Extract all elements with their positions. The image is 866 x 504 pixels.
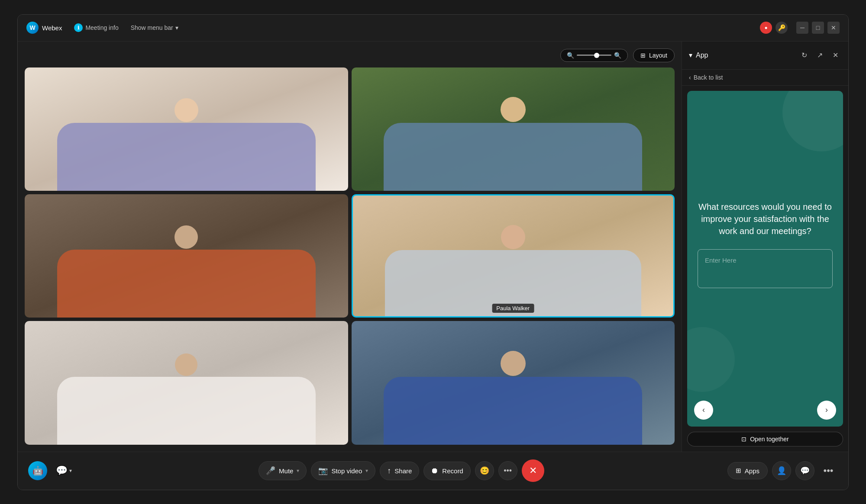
person-overlay-6 — [352, 321, 675, 444]
apps-grid-icon: ⊞ — [736, 467, 741, 475]
webex-logo: W Webex — [26, 22, 62, 34]
toolbar-center: 🎤 Mute ▾ 📷 Stop video ▾ ↑ Share ⏺ Record… — [259, 459, 544, 482]
user-avatar: 🤖 — [28, 461, 47, 480]
emoji-icon: 😊 — [480, 466, 489, 475]
zoom-control[interactable]: 🔍 🔍 — [560, 49, 628, 62]
video-cell-3 — [25, 194, 348, 318]
open-together-label: Open together — [750, 436, 789, 443]
participants-icon: 👤 — [777, 466, 786, 475]
survey-input[interactable] — [698, 249, 833, 288]
apps-button[interactable]: ⊞ Apps — [727, 462, 768, 479]
survey-next-button[interactable]: › — [817, 401, 836, 420]
record-button[interactable]: ⏺ Record — [423, 462, 470, 480]
chat-bubble-icon: 💬 — [800, 466, 810, 475]
chat-chevron-icon: ▾ — [69, 468, 72, 474]
survey-card: What resources would you need to improve… — [687, 91, 843, 427]
close-button[interactable]: ✕ — [827, 22, 840, 34]
more-options-icon: ••• — [504, 466, 512, 475]
back-to-list-label: Back to list — [694, 74, 723, 81]
main-content: 🔍 🔍 ⊞ Layout — [18, 42, 848, 452]
close-sidebar-button[interactable]: ✕ — [829, 49, 841, 61]
toolbar-more-icon: ••• — [823, 465, 833, 476]
zoom-in-icon[interactable]: 🔍 — [614, 52, 621, 59]
participant-label-4: Paula Walker — [492, 304, 534, 313]
person-overlay-3 — [25, 194, 348, 318]
stop-video-label: Stop video — [331, 467, 362, 475]
title-bar-icons: ● 🔑 — [760, 22, 788, 34]
minimize-button[interactable]: ─ — [796, 22, 808, 34]
zoom-slider[interactable] — [577, 55, 611, 56]
sidebar-title: ▾ App — [689, 51, 708, 59]
stop-video-button[interactable]: 📷 Stop video ▾ — [311, 461, 375, 480]
layout-icon: ⊞ — [640, 52, 646, 59]
bottom-toolbar: 🤖 💬 ▾ 🎤 Mute ▾ 📷 Stop video ▾ ↑ Share — [18, 452, 848, 490]
back-to-list-button[interactable]: ‹ Back to list — [682, 70, 848, 86]
video-grid: Paula Walker — [25, 67, 675, 445]
meeting-info-icon: ℹ — [74, 23, 83, 32]
chevron-down-icon: ▾ — [175, 24, 178, 31]
person-overlay-2 — [352, 67, 675, 191]
record-label: Record — [442, 467, 463, 475]
title-bar-right: ● 🔑 ─ □ ✕ — [760, 22, 840, 34]
chat-button[interactable]: 💬 ▾ — [52, 462, 75, 480]
survey-navigation: ‹ › — [687, 394, 843, 427]
video-cell-4: Paula Walker — [352, 194, 675, 318]
mute-icon: 🎤 — [266, 466, 275, 475]
key-icon: 🔑 — [776, 22, 788, 34]
mute-label: Mute — [279, 467, 293, 475]
more-options-button[interactable]: ••• — [498, 461, 517, 480]
meeting-info-label: Meeting info — [85, 24, 118, 31]
survey-prev-button[interactable]: ‹ — [694, 401, 713, 420]
sidebar-header: ▾ App ↻ ↗ ✕ — [682, 42, 848, 70]
recording-indicator: ● — [760, 22, 772, 34]
toolbar-right: ⊞ Apps 👤 💬 ••• — [727, 461, 838, 480]
video-cell-1 — [25, 67, 348, 191]
zoom-slider-thumb — [594, 53, 599, 58]
toolbar-left: 🤖 💬 ▾ — [28, 461, 75, 480]
avatar-icon: 🤖 — [32, 465, 43, 476]
mute-chevron-icon: ▾ — [297, 468, 299, 474]
video-cell-2 — [352, 67, 675, 191]
external-link-button[interactable]: ↗ — [814, 49, 826, 61]
back-arrow-icon: ‹ — [689, 74, 691, 81]
share-label: Share — [394, 467, 412, 475]
meeting-info-button[interactable]: ℹ Meeting info — [71, 22, 122, 34]
open-together-button[interactable]: ⊡ Open together — [687, 432, 843, 446]
chat-icon: 💬 — [56, 465, 68, 476]
chevron-down-icon-sidebar: ▾ — [689, 51, 692, 59]
toolbar-more-button[interactable]: ••• — [819, 461, 838, 480]
layout-label: Layout — [649, 52, 667, 59]
end-call-icon: ✕ — [529, 465, 537, 476]
person-overlay-5 — [25, 321, 348, 444]
share-icon: ↑ — [387, 466, 391, 475]
video-cell-5 — [25, 321, 348, 444]
webex-title: Webex — [42, 24, 62, 32]
mute-button[interactable]: 🎤 Mute ▾ — [259, 461, 307, 480]
video-cell-6 — [352, 321, 675, 444]
window-controls: ─ □ ✕ — [796, 22, 840, 34]
record-icon: ⏺ — [431, 466, 439, 475]
show-menu-bar-button[interactable]: Show menu bar ▾ — [131, 24, 178, 31]
share-button[interactable]: ↑ Share — [380, 462, 419, 480]
open-together-icon: ⊡ — [741, 436, 746, 443]
maximize-button[interactable]: □ — [812, 22, 824, 34]
webex-logo-icon: W — [26, 22, 39, 34]
end-call-button[interactable]: ✕ — [522, 459, 544, 482]
apps-label: Apps — [745, 467, 759, 475]
person-overlay-4 — [353, 196, 674, 316]
show-menu-bar-label: Show menu bar — [131, 24, 173, 31]
title-bar-left: W Webex ℹ Meeting info Show menu bar ▾ — [26, 22, 178, 34]
emoji-button[interactable]: 😊 — [475, 461, 494, 480]
app-sidebar: ▾ App ↻ ↗ ✕ ‹ Back to list What resource… — [682, 42, 848, 452]
refresh-button[interactable]: ↻ — [798, 49, 810, 61]
video-area: 🔍 🔍 ⊞ Layout — [18, 42, 682, 452]
layout-button[interactable]: ⊞ Layout — [633, 48, 675, 62]
title-bar: W Webex ℹ Meeting info Show menu bar ▾ ●… — [18, 15, 848, 42]
chat-sidebar-button[interactable]: 💬 — [795, 461, 814, 480]
app-window: W Webex ℹ Meeting info Show menu bar ▾ ●… — [17, 14, 849, 490]
video-toolbar: 🔍 🔍 ⊞ Layout — [25, 48, 675, 62]
participants-button[interactable]: 👤 — [772, 461, 791, 480]
zoom-out-icon[interactable]: 🔍 — [567, 52, 574, 59]
survey-content: What resources would you need to improve… — [687, 91, 843, 394]
video-icon: 📷 — [318, 466, 328, 475]
